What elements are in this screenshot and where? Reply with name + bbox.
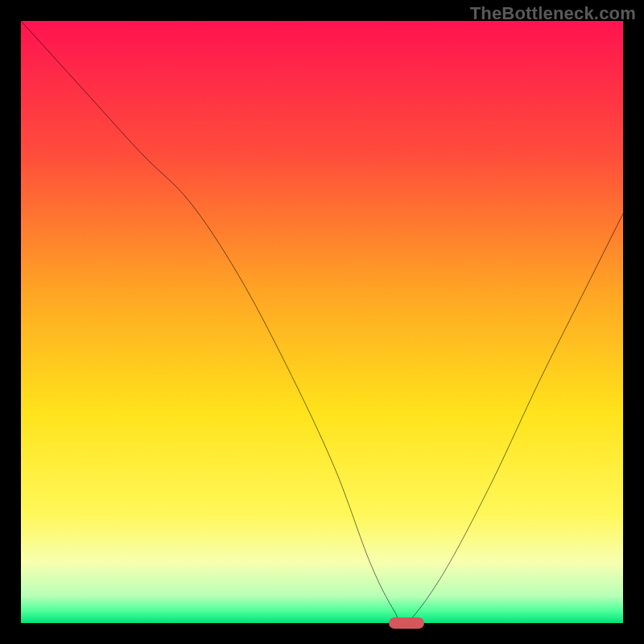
minimum-marker: [389, 617, 424, 629]
chart-plot-area: [21, 21, 623, 623]
watermark-text: TheBottleneck.com: [470, 3, 636, 24]
bottleneck-curve: [21, 21, 623, 623]
